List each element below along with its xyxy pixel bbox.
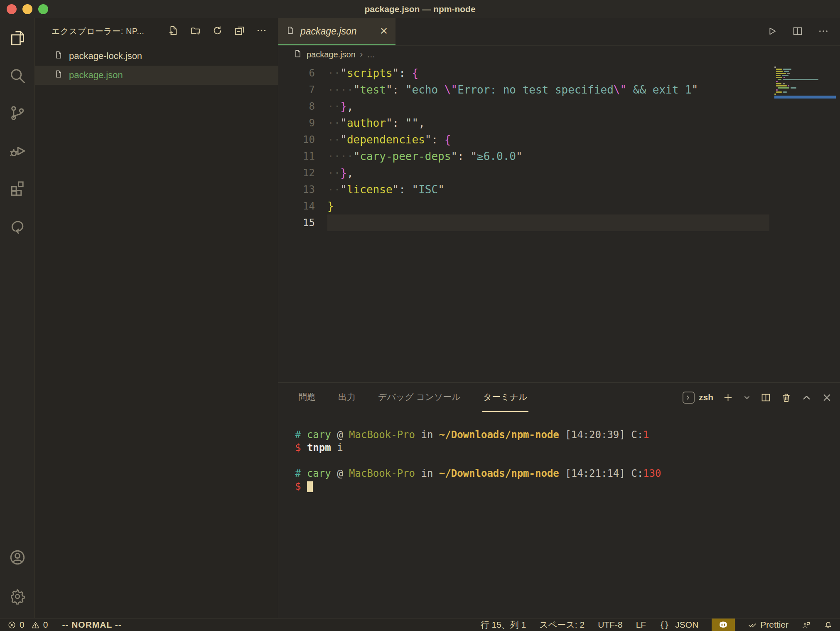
vim-mode-indicator: -- NORMAL -- xyxy=(62,620,121,630)
refresh-icon[interactable] xyxy=(212,25,223,38)
code-text: ····"cary-peer-deps": "≥6.0.0" xyxy=(327,148,769,165)
copilot-icon xyxy=(718,619,729,630)
line-number: 12 xyxy=(278,167,327,179)
split-editor-icon[interactable] xyxy=(792,25,803,39)
language-mode-status[interactable]: {} JSON xyxy=(659,620,698,630)
cursor-position-status[interactable]: 行 15、列 1 xyxy=(481,619,526,631)
tab-package-json[interactable]: package.json ✕ xyxy=(278,18,395,45)
minimap-slider[interactable] xyxy=(774,96,836,99)
minimap-segment xyxy=(776,75,781,76)
line-number: 14 xyxy=(278,200,327,212)
formatter-status[interactable]: Prettier xyxy=(748,620,788,630)
minimap-segment xyxy=(787,73,790,74)
code-line-15[interactable]: 15 xyxy=(278,214,840,231)
breadcrumb-tail[interactable]: … xyxy=(367,50,375,59)
text-segment: " xyxy=(386,117,393,129)
minimap[interactable] xyxy=(774,67,836,99)
code-line-7[interactable]: 7····"test": "echo \"Error: no test spec… xyxy=(278,81,840,98)
text-segment: dependencies xyxy=(347,133,425,146)
text-segment: echo xyxy=(412,84,445,96)
text-segment: : xyxy=(399,67,412,79)
text-segment: : xyxy=(457,150,470,163)
text-segment: $ xyxy=(295,481,307,492)
code-line-13[interactable]: 13··"license": "ISC" xyxy=(278,181,840,198)
search-icon[interactable] xyxy=(8,67,27,86)
line-number: 7 xyxy=(278,84,327,96)
text-segment: [14:20:39] C: xyxy=(559,429,643,441)
text-segment: MacBook-Pro xyxy=(349,429,415,441)
copilot-status[interactable] xyxy=(712,619,735,631)
source-control-icon[interactable] xyxy=(8,104,27,124)
panel-tab-output[interactable]: 出力 xyxy=(337,383,356,412)
code-line-10[interactable]: 10··"dependencies": { xyxy=(278,131,840,148)
extensions-icon[interactable] xyxy=(8,179,27,199)
text-segment: : xyxy=(431,133,444,146)
maximize-panel-chevron-icon[interactable] xyxy=(801,392,812,403)
close-window-button[interactable] xyxy=(7,4,17,14)
breadcrumb-file[interactable]: package.json xyxy=(307,50,356,59)
minimap-row xyxy=(774,67,836,68)
text-segment: " xyxy=(451,150,457,163)
file-name: package-lock.json xyxy=(69,51,142,62)
text-segment: " xyxy=(354,150,360,163)
extension-arrow-icon[interactable] xyxy=(8,216,27,236)
run-file-icon[interactable] xyxy=(766,25,778,39)
account-icon[interactable] xyxy=(8,548,27,568)
file-row-package-lock[interactable]: package-lock.json xyxy=(35,47,278,66)
text-segment: " xyxy=(405,84,412,96)
more-editor-actions-icon[interactable] xyxy=(818,25,829,39)
code-line-8[interactable]: 8··}, xyxy=(278,98,840,115)
settings-gear-icon[interactable] xyxy=(8,587,27,607)
eol-status[interactable]: LF xyxy=(636,620,646,630)
text-segment: && exit 1 xyxy=(626,84,692,96)
new-file-icon[interactable] xyxy=(168,25,179,38)
code-line-12[interactable]: 12··}, xyxy=(278,165,840,181)
zoom-window-button[interactable] xyxy=(38,4,48,14)
minimap-row xyxy=(776,69,836,70)
terminal-body[interactable]: # cary @ MacBook-Pro in ~/Downloads/npm-… xyxy=(278,412,840,618)
text-segment: { xyxy=(412,67,419,79)
code-editor[interactable]: 6··"scripts": {7····"test": "echo \"Erro… xyxy=(278,63,840,382)
minimap-segment xyxy=(776,91,782,93)
new-folder-icon[interactable] xyxy=(190,25,201,38)
minimap-segment xyxy=(778,79,781,80)
close-panel-icon[interactable] xyxy=(821,392,833,403)
code-line-6[interactable]: 6··"scripts": { xyxy=(278,65,840,81)
terminal-instance[interactable]: zsh xyxy=(683,392,713,404)
split-terminal-icon[interactable] xyxy=(760,392,771,403)
notifications-bell-icon[interactable] xyxy=(824,621,833,629)
panel-tab-problems[interactable]: 問題 xyxy=(297,383,317,412)
minimap-segment xyxy=(783,83,785,84)
indentation-status[interactable]: スペース: 2 xyxy=(539,619,585,631)
text-segment: ·· xyxy=(327,67,340,79)
code-line-11[interactable]: 11····"cary-peer-deps": "≥6.0.0" xyxy=(278,148,840,165)
panel-tab-terminal[interactable]: ターミナル xyxy=(482,383,528,412)
close-tab-icon[interactable]: ✕ xyxy=(380,26,388,36)
collapse-all-icon[interactable] xyxy=(234,25,245,38)
breadcrumb[interactable]: package.json › … xyxy=(278,46,840,63)
explorer-title: エクスプローラー: NP... xyxy=(52,26,144,37)
code-text xyxy=(327,214,769,231)
terminal-dropdown-chevron-icon[interactable] xyxy=(743,393,751,402)
feedback-icon[interactable] xyxy=(802,621,811,629)
run-debug-icon[interactable] xyxy=(8,141,27,161)
encoding-status[interactable]: UTF-8 xyxy=(598,620,623,630)
kill-terminal-trash-icon[interactable] xyxy=(781,392,792,403)
code-line-9[interactable]: 9··"author": "", xyxy=(278,115,840,131)
explorer-icon[interactable] xyxy=(8,29,27,49)
file-row-package-json[interactable]: package.json xyxy=(35,66,278,85)
problems-status[interactable]: 0 0 xyxy=(7,620,48,630)
minimize-window-button[interactable] xyxy=(22,4,32,14)
tab-label: package.json xyxy=(300,26,357,37)
minimap-row xyxy=(776,89,836,91)
code-line-14[interactable]: 14} xyxy=(278,198,840,214)
text-segment: { xyxy=(445,133,451,146)
minimap-row xyxy=(778,79,836,80)
minimap-segment xyxy=(784,71,789,72)
line-number: 10 xyxy=(278,134,327,145)
panel-tab-debug-console[interactable]: デバッグ コンソール xyxy=(377,383,462,412)
text-segment: scripts xyxy=(347,67,393,79)
minimap-segment xyxy=(776,69,782,70)
more-actions-icon[interactable] xyxy=(256,25,267,38)
new-terminal-plus-icon[interactable] xyxy=(722,392,734,403)
